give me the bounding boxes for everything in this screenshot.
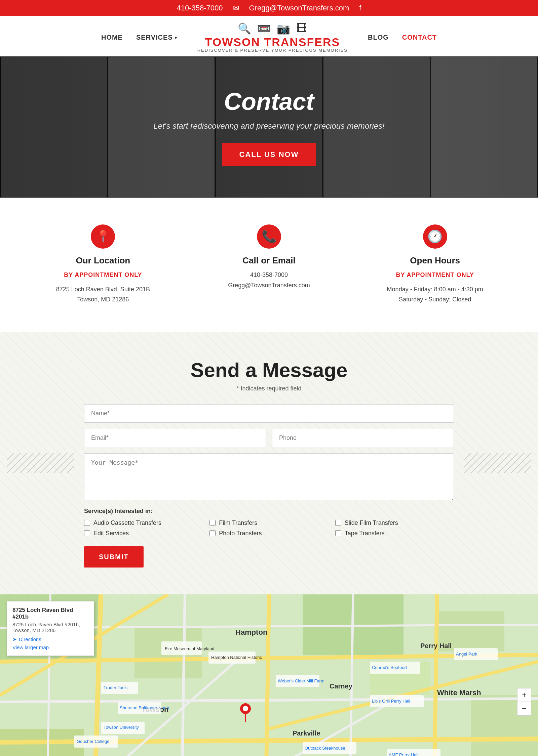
message-textarea[interactable] <box>84 453 454 500</box>
location-title: Our Location <box>40 255 166 266</box>
required-note: * Indicates required field <box>84 385 454 392</box>
logo-icons: 🔍 📼 📷 🎞 <box>197 22 348 35</box>
checkbox-photo-label: Photo Transfers <box>219 530 262 537</box>
hero-subtitle: Let's start rediscovering and preserving… <box>153 121 385 131</box>
contact-phone[interactable]: 410-358-7000 <box>206 270 332 280</box>
facebook-icon-top[interactable]: f <box>359 4 361 12</box>
phone-input[interactable] <box>272 429 454 447</box>
hours-card: 🕐 Open Hours BY APPOINTMENT ONLY Monday … <box>352 224 518 305</box>
message-title: Send a Message <box>84 359 454 382</box>
cassette-icon: 📼 <box>257 22 271 35</box>
checkboxes-grid: Audio Cassette Transfers Film Transfers … <box>84 519 454 537</box>
svg-text:Lib's Grill Perry Hall: Lib's Grill Perry Hall <box>372 699 410 704</box>
svg-text:AMF Perry Hall: AMF Perry Hall <box>389 752 418 756</box>
film-search-icon: 🔍 <box>238 22 251 35</box>
checkbox-tape-input[interactable] <box>335 530 341 536</box>
name-input[interactable] <box>84 404 454 423</box>
checkbox-slide-label: Slide Film Transfers <box>345 519 398 527</box>
hours-title: Open Hours <box>372 255 498 266</box>
svg-text:Goucher College: Goucher College <box>77 739 110 744</box>
map-larger-link[interactable]: View larger map <box>12 644 88 650</box>
nav-blog[interactable]: BLOG <box>368 34 389 41</box>
checkbox-tape[interactable]: Tape Transfers <box>335 530 454 537</box>
stripe-left <box>7 453 74 473</box>
svg-text:Trader Joe's: Trader Joe's <box>104 685 128 690</box>
nav-contact[interactable]: CONTACT <box>402 34 437 41</box>
map-section: Hampton Perry Hall Towson Parkville Carn… <box>0 594 538 756</box>
svg-text:White Marsh: White Marsh <box>437 688 481 697</box>
svg-text:Outback Steakhouse: Outback Steakhouse <box>305 746 345 751</box>
svg-text:Perry Hall: Perry Hall <box>420 642 452 649</box>
svg-text:Fire Museum of Maryland: Fire Museum of Maryland <box>165 646 214 651</box>
brand-name: TOWSON TRANSFERS <box>197 36 348 48</box>
stripe-right <box>464 453 531 473</box>
svg-text:Hampton: Hampton <box>235 628 267 636</box>
svg-text:Conrad's Seafood: Conrad's Seafood <box>372 665 407 670</box>
svg-text:Hampton National Historic: Hampton National Historic <box>211 655 262 660</box>
checkbox-edit[interactable]: Edit Services <box>84 530 203 537</box>
map-directions[interactable]: ➤ Directions <box>12 636 88 642</box>
location-appt: BY APPOINTMENT ONLY <box>40 270 166 280</box>
svg-text:Carney: Carney <box>330 682 353 690</box>
nav-left: HOME SERVICES ▾ <box>101 34 177 41</box>
contact-email[interactable]: Gregg@TowsonTransfers.com <box>206 280 332 291</box>
email-phone-row <box>84 429 454 447</box>
svg-text:Weber's Cider Mill Farm: Weber's Cider Mill Farm <box>278 678 324 683</box>
checkbox-audio-label: Audio Cassette Transfers <box>93 519 161 527</box>
call-us-now-button[interactable]: CALL US NOW <box>222 143 316 166</box>
checkbox-audio-input[interactable] <box>84 520 90 526</box>
navigation: HOME SERVICES ▾ 🔍 📼 📷 🎞 TOWSON TRANSFERS… <box>0 16 538 56</box>
nav-services[interactable]: SERVICES ▾ <box>136 34 177 41</box>
checkbox-audio[interactable]: Audio Cassette Transfers <box>84 519 203 527</box>
brand-sub: REDISCOVER & PRESERVE YOUR PRECIOUS MEMO… <box>197 48 348 53</box>
map-address-text: 8725 Loch Raven Blvd #201b, Towson, MD 2… <box>12 622 88 633</box>
zoom-out-button[interactable]: − <box>517 702 531 715</box>
checkbox-edit-label: Edit Services <box>93 530 129 537</box>
checkbox-film-input[interactable] <box>209 520 216 526</box>
hours-weekend: Saturday - Sunday: Closed <box>372 294 498 305</box>
hours-appt: BY APPOINTMENT ONLY <box>372 270 498 280</box>
phone-icon: 📞 <box>257 224 281 249</box>
zoom-in-button[interactable]: + <box>517 688 531 702</box>
svg-text:Angel Park: Angel Park <box>456 652 477 657</box>
hours-weekday: Monday - Friday: 8:00 am - 4:30 pm <box>372 284 498 295</box>
hero-title: Contact <box>153 88 385 115</box>
svg-text:Sheraton Baltimore North: Sheraton Baltimore North <box>120 705 169 710</box>
checkbox-edit-input[interactable] <box>84 530 90 536</box>
top-bar: 410-358-7000 ✉ Gregg@TowsonTransfers.com… <box>0 0 538 16</box>
message-row <box>84 453 454 502</box>
contact-title: Call or Email <box>206 255 332 266</box>
logo[interactable]: 🔍 📼 📷 🎞 TOWSON TRANSFERS REDISCOVER & PR… <box>197 22 348 53</box>
svg-text:Parkville: Parkville <box>293 729 320 737</box>
contact-card: 📞 Call or Email 410-358-7000 Gregg@Towso… <box>186 224 352 305</box>
map-address-title: 8725 Loch Raven Blvd #201b <box>12 607 88 620</box>
checkbox-photo-input[interactable] <box>209 530 216 536</box>
name-row <box>84 404 454 423</box>
email-input[interactable] <box>84 429 266 447</box>
checkbox-photo[interactable]: Photo Transfers <box>209 530 328 537</box>
svg-text:Towson University: Towson University <box>104 725 139 730</box>
map-zoom-controls: + − <box>517 688 531 716</box>
clock-icon: 🕐 <box>423 224 447 249</box>
directions-arrow-icon: ➤ <box>12 636 17 642</box>
map-placeholder: Hampton Perry Hall Towson Parkville Carn… <box>0 594 538 756</box>
checkbox-tape-label: Tape Transfers <box>345 530 385 537</box>
services-label: Service(s) Interested in: <box>84 508 454 515</box>
checkbox-slide-input[interactable] <box>335 520 341 526</box>
camera-icon: 📷 <box>277 22 290 35</box>
checkbox-film-label: Film Transfers <box>219 519 257 527</box>
email-icon: ✉ <box>233 4 239 12</box>
info-section: 📍 Our Location BY APPOINTMENT ONLY 8725 … <box>0 198 538 332</box>
submit-button[interactable]: SUBMIT <box>84 546 144 568</box>
checkbox-slide[interactable]: Slide Film Transfers <box>335 519 454 527</box>
phone-number[interactable]: 410-358-7000 <box>177 4 223 12</box>
location-icon: 📍 <box>91 224 115 249</box>
hero-content: Contact Let's start rediscovering and pr… <box>153 88 385 166</box>
message-content: Send a Message * Indicates required fiel… <box>84 359 454 568</box>
message-section: Send a Message * Indicates required fiel… <box>0 332 538 594</box>
location-card: 📍 Our Location BY APPOINTMENT ONLY 8725 … <box>20 224 186 305</box>
nav-right: BLOG CONTACT <box>368 34 437 41</box>
checkbox-film[interactable]: Film Transfers <box>209 519 328 527</box>
email-link[interactable]: Gregg@TowsonTransfers.com <box>249 4 349 12</box>
nav-home[interactable]: HOME <box>101 34 123 41</box>
